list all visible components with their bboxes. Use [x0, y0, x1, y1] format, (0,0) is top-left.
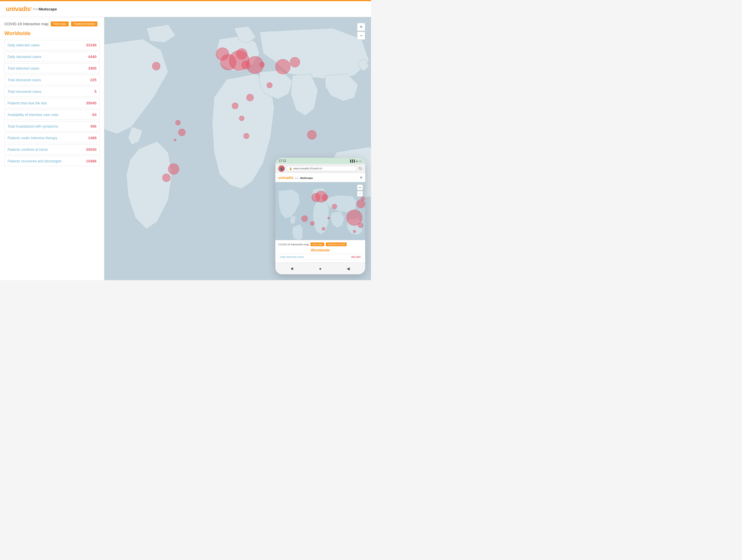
phone-status-bar: 17:12 ▐▐▐ ▲ ▭ [275, 158, 365, 164]
phone-home-button[interactable]: ● [317, 266, 323, 271]
map-controls: + − [357, 23, 365, 40]
bubble-spain [220, 54, 236, 70]
phone-bubble-2 [312, 193, 320, 202]
phone-logo-medscape: Medscape [300, 176, 313, 180]
stat-value: 4440 [88, 54, 97, 59]
stat-row: Total deceased cases225 [4, 75, 100, 85]
phone-bubble-10 [358, 223, 363, 228]
stat-row: Total hospitalized with symptoms456 [4, 121, 100, 132]
bubble-s-america-small [174, 139, 176, 141]
treatment-tested-button[interactable]: Treatment tested [71, 21, 97, 27]
phone-menu-button[interactable]: ≡ [360, 175, 362, 180]
sidebar: COVID-19 Interactive map View topic Trea… [0, 17, 104, 280]
phone-back-button[interactable]: ◀ [346, 266, 351, 271]
stat-value: 3405 [88, 66, 97, 70]
phone-stat-value: 381,653 [351, 255, 361, 258]
stat-label: Patients confined at home [7, 148, 48, 152]
worldwide-title: Worldwide [4, 31, 100, 37]
bubble-africa-east [246, 94, 254, 101]
phone-logo: univadis from Medscape [278, 175, 313, 180]
phone-reload-button[interactable]: ↻ [359, 166, 362, 171]
phone-treatment-button[interactable]: Treatment tested [326, 243, 347, 246]
phone-address-bar: 👤 🔒 www.univadis.fr/covid-19 ↻ [275, 164, 365, 173]
stat-row: Daily detected cases33190 [4, 40, 100, 50]
phone-bubble-12 [327, 217, 330, 219]
stat-value: 456 [90, 124, 97, 129]
stat-value: 35045 [86, 101, 97, 105]
zoom-out-button[interactable]: − [357, 32, 365, 40]
phone-stat-label: Daily detected cases [280, 255, 304, 258]
bubble-usa [152, 62, 160, 70]
stat-value: 1489 [88, 136, 97, 140]
stat-label: Daily detected cases [7, 43, 40, 47]
stat-value: 33190 [86, 43, 97, 47]
stat-value: 20540 [86, 147, 97, 152]
bubble-south-korea [290, 57, 300, 67]
phone-view-topic-button[interactable]: View topic [310, 243, 324, 246]
wifi-icon: ▲ [356, 159, 358, 162]
view-topic-button[interactable]: View topic [51, 21, 68, 27]
phone-bubble-8 [310, 221, 315, 225]
phone-time: 17:12 [279, 159, 286, 162]
stat-label: Availability of intensive care units [7, 113, 59, 117]
phone-bubble-7 [302, 215, 308, 222]
phone-bubble-6 [357, 200, 365, 208]
stat-value: 225 [90, 78, 97, 82]
phone-zoom-in-button[interactable]: + [357, 185, 363, 190]
stat-label: Patients that took the test [7, 101, 47, 105]
phone-logo-univadis: univadis [278, 175, 294, 180]
stat-label: Total detected cases [7, 66, 39, 70]
phone-stat-row: Daily detected cases 381,653 [278, 254, 362, 260]
stat-row: Patients that took the test35045 [4, 98, 100, 108]
sidebar-title: COVID-19 Interactive map [4, 22, 48, 26]
zoom-in-button[interactable]: + [357, 23, 365, 31]
stat-label: Daily deceased cases [7, 55, 42, 59]
bubble-turkey [242, 61, 250, 69]
phone-zoom-out-button[interactable]: − [357, 191, 363, 197]
phone-brand-bar: univadis from Medscape ≡ [275, 173, 365, 182]
stat-label: Patients under intensive therapy [7, 136, 57, 140]
bubble-germany [236, 48, 247, 59]
stat-label: Total recovered cases [7, 90, 42, 94]
phone-url-box[interactable]: 🔒 www.univadis.fr/covid-19 [286, 166, 357, 171]
bubble-africa-center [239, 116, 244, 121]
phone-bubble-13 [361, 197, 365, 201]
stat-value: 15486 [86, 159, 97, 163]
logo-medscape: Medscape [39, 7, 57, 11]
bubble-n-brazil [175, 120, 180, 125]
phone-url-text: www.univadis.fr/covid-19 [293, 167, 322, 170]
phone-bubble-11 [353, 230, 356, 233]
stat-row: Total detected cases3405 [4, 63, 100, 73]
phone-bubble-4 [332, 204, 337, 209]
bubble-india [267, 82, 272, 88]
logo-sup: ® [31, 7, 32, 9]
stat-row: Patients confined at home20540 [4, 144, 100, 155]
logo-from: from [33, 7, 39, 11]
stat-row: Daily deceased cases4440 [4, 52, 100, 62]
phone-worldwide-title: Worldwide [278, 248, 362, 252]
phone-bottom-section: COVID-19 Interactive map View topic Trea… [275, 240, 365, 262]
sidebar-header: COVID-19 Interactive map View topic Trea… [4, 21, 100, 27]
bubble-africa-west [232, 103, 238, 109]
bubble-australia [307, 130, 317, 140]
phone-stop-button[interactable]: ■ [289, 266, 295, 271]
phone-mockup: 17:12 ▐▐▐ ▲ ▭ 👤 🔒 www.univadis.fr/covid-… [275, 158, 365, 274]
map-area: + − 17:12 ▐▐▐ ▲ ▭ 👤 🔒 www.univadis.fr/co… [104, 17, 371, 280]
logo-container: univadis® from Medscape [6, 5, 57, 13]
bubble-s-america-2 [168, 163, 179, 174]
battery-icon: ▭ [359, 159, 362, 162]
stats-container: Daily detected cases33190Daily deceased … [4, 40, 100, 166]
phone-map-controls: + − [357, 185, 363, 197]
stat-label: Total hospitalized with symptoms [7, 124, 58, 129]
stat-label: Patients recovered and discharged [7, 159, 61, 163]
bubble-central-asia [259, 62, 265, 67]
phone-logo-from: from [295, 177, 299, 179]
stat-row: Total recovered cases5 [4, 87, 100, 97]
signal-icon: ▐▐▐ [349, 159, 355, 162]
phone-sidebar-header: COVID-19 Interactive map View topic Trea… [278, 243, 362, 246]
phone-avatar: 👤 [278, 165, 285, 172]
bubble-s-africa [244, 133, 249, 139]
header: univadis® from Medscape [0, 1, 371, 17]
phone-sidebar-title: COVID-19 Interactive map [278, 243, 309, 246]
phone-nav-bar: ■ ● ◀ [275, 262, 365, 274]
